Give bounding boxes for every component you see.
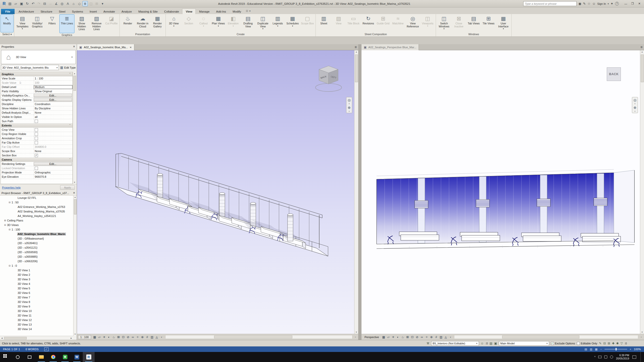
ribbon-tab[interactable]: Annotate [100, 9, 118, 14]
word-word-count[interactable]: 0 WORDS [26, 348, 39, 351]
tree-item[interactable]: A02_Seatings_Isometric Blue_Marin [0, 232, 73, 236]
view-control-icon[interactable]: ▥ [150, 335, 154, 339]
type-selector[interactable]: ⌂ 3D View ▾ [1, 50, 76, 64]
qat-icon[interactable]: ↷ [36, 1, 42, 6]
restore-button[interactable]: ❒ [629, 1, 636, 6]
tree-item[interactable]: 3D View 14 [0, 327, 73, 331]
steering-wheel-icon[interactable]: ◎ [633, 98, 636, 102]
favorites-star-icon[interactable]: ☆ [587, 2, 590, 6]
ribbon-button[interactable]: ◫ Viewports ▾ [420, 15, 435, 32]
property-row[interactable]: Sun Path [1, 119, 72, 123]
ribbon-tab[interactable]: Structure [37, 9, 56, 14]
tree-item[interactable]: 3D View 3 [0, 277, 73, 282]
editable-only-checkbox[interactable] [577, 342, 580, 345]
ribbon-button[interactable]: ↻ Revisions [361, 15, 376, 32]
view-control-icon[interactable]: # [145, 335, 150, 339]
help-search-input[interactable]: Type a keyword or phrase [523, 1, 577, 6]
tab-list-menu-icon[interactable]: ≣ [353, 44, 358, 50]
apply-button[interactable]: Apply [60, 185, 75, 190]
property-row[interactable]: Camera [1, 158, 72, 162]
property-row[interactable]: Far Clip Offset 304800.0 [1, 145, 72, 149]
tree-expander-icon[interactable]: ⊟ [8, 264, 11, 267]
property-row[interactable]: Annotation Crop [1, 136, 72, 141]
view-control-icon[interactable]: ‹ [448, 335, 453, 339]
edit-type-button[interactable]: ▦ Edit Type [60, 66, 76, 69]
tree-expander-icon[interactable]: ⊟ [4, 224, 7, 226]
tree-item[interactable]: A02 Entrance_Working_Marina_s3763 [0, 205, 73, 209]
tree-item[interactable]: 3D View 1 [0, 268, 73, 273]
zoom-slider[interactable] [605, 349, 627, 349]
help-icon[interactable]: ? [615, 2, 619, 6]
editing-requests-icon[interactable]: ▤ [490, 342, 492, 345]
tree-item[interactable]: 3D View 12 [0, 318, 73, 322]
panel-label-select[interactable]: Select ▾ [0, 32, 14, 36]
property-row[interactable]: Crop View [1, 128, 72, 132]
navigation-bar[interactable]: ◎ ▾ ⊕ ▾ [632, 97, 638, 113]
ribbon-button[interactable]: ◌ Callout ▾ [196, 15, 211, 32]
ribbon-button[interactable]: ◪ Cut Profile [104, 15, 119, 33]
view-control-icon[interactable]: ‹ [159, 335, 164, 339]
search-icon[interactable]: ◉ [578, 2, 581, 6]
ribbon-button[interactable]: ▦ Schedules ▾ [285, 15, 300, 32]
property-row[interactable]: Visible In Option all [1, 115, 72, 119]
property-value[interactable]: 966070.8 [34, 175, 72, 179]
property-value[interactable]: Orthographic [34, 170, 72, 174]
ribbon-button[interactable]: ▤ Tab Views [466, 15, 481, 32]
tree-item[interactable]: {3D - s3659885} [0, 254, 73, 259]
ribbon-button[interactable]: ♨ Render [120, 15, 135, 32]
ribbon-button[interactable]: ≈ Matchline [391, 15, 405, 32]
view-tab-isometric[interactable]: ▣ A02_Seatings_Isometric Blue_Ma... ✕ [77, 44, 134, 50]
tree-item[interactable]: 3D View 7 [0, 295, 73, 300]
zoom-in-icon[interactable]: + [630, 348, 631, 351]
view-control-icon[interactable]: ▦ [92, 335, 97, 339]
qat-icon[interactable]: ↶ [30, 1, 36, 6]
property-value[interactable]: 100 [34, 81, 72, 85]
property-row[interactable]: Discipline Coordination [1, 102, 72, 106]
ribbon-button[interactable]: ▥ Sheet [316, 15, 331, 32]
ribbon-tab[interactable]: Manage [196, 9, 213, 14]
ribbon-button[interactable]: ▦ Render Gallery [150, 15, 165, 32]
properties-scrollbar[interactable]: ▲▼ [73, 72, 76, 184]
view-control-icon[interactable]: ▥ [438, 335, 443, 339]
qat-icon[interactable]: ▱ [13, 1, 18, 6]
browser-h-scrollbar[interactable]: ◄► [0, 336, 73, 340]
tree-expander-icon[interactable]: ⊟ [8, 201, 11, 204]
view-control-icon[interactable]: ▱ [97, 335, 102, 339]
tree-item[interactable]: 3D View 2 [0, 273, 73, 277]
tab-list-menu-icon[interactable]: ≣ [639, 44, 644, 50]
property-value[interactable]: 1 : 100 [34, 76, 72, 80]
qat-icon[interactable]: R [2, 1, 7, 6]
view-control-icon[interactable]: ◐ [107, 335, 111, 339]
property-value[interactable]: None [34, 111, 72, 115]
pencil-icon[interactable]: ✎ [599, 342, 601, 345]
property-value[interactable] [34, 141, 72, 145]
ribbon-button[interactable]: ▦ Plan Views ▾ [211, 15, 226, 32]
close-icon[interactable]: ✕ [73, 45, 75, 48]
taskbar-app-icon[interactable] [47, 352, 59, 362]
qat-icon[interactable]: ∡ [54, 1, 59, 6]
perspective-drawing-area[interactable]: BACK ◎ ▾ ⊕ ▾ [361, 50, 644, 334]
view-pane-isometric[interactable]: ▣ A02_Seatings_Isometric Blue_Ma... ✕ ≣ [77, 44, 358, 340]
zoom-icon[interactable]: ⊕ [348, 105, 351, 110]
property-value[interactable]: Edit... [34, 162, 72, 166]
qat-icon[interactable]: ▣ [19, 1, 24, 6]
property-row[interactable]: Far Clip Active [1, 141, 72, 145]
view-instance-dropdown[interactable]: 3D View: A02_Seatings_Isometric Blu ▾ [1, 65, 59, 70]
taskbar-app-icon[interactable]: W [71, 352, 83, 362]
vertical-scrollbar[interactable]: ▲▼ [354, 50, 358, 334]
ribbon-button[interactable]: ▧ Remove Hidden Lines [89, 15, 104, 33]
tree-item[interactable]: {3D - s3559590} [0, 250, 73, 254]
property-row[interactable]: Section Box [1, 153, 72, 158]
exchange-apps-icon[interactable]: ✦ [611, 2, 613, 6]
design-option-dropdown[interactable]: Main Model▾ [499, 341, 549, 346]
ribbon-button[interactable]: ▤ View Templates ▾ [15, 15, 30, 33]
property-row[interactable]: View Scale 1 : 100 [1, 76, 72, 81]
ribbon-tab[interactable]: Add-Ins [213, 9, 229, 14]
qat-icon[interactable]: ◫ [88, 1, 94, 6]
ribbon-tab[interactable]: Steel [56, 9, 69, 14]
taskbar-app-icon[interactable] [35, 352, 47, 362]
tree-item[interactable]: {3D - s3539461} [0, 241, 73, 245]
tree-item[interactable]: 3D View 11 [0, 313, 73, 318]
property-value[interactable] [34, 166, 72, 170]
web-layout-icon[interactable]: ▦ [595, 348, 598, 351]
